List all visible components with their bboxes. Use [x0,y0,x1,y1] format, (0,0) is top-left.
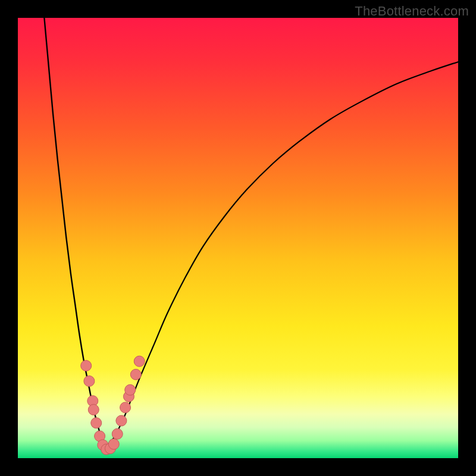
data-marker [112,428,123,439]
data-marker [108,439,119,449]
marker-cluster [81,356,145,455]
data-marker [120,402,131,413]
data-marker [81,361,92,371]
curve-layer [18,18,458,458]
watermark-text: TheBottleneck.com [355,4,469,19]
data-marker [134,356,145,367]
data-marker [125,384,136,395]
data-marker [91,418,102,428]
chart-frame: TheBottleneck.com [0,0,476,476]
left-branch-curve [44,18,106,449]
data-marker [130,369,141,380]
plot-area [18,18,458,458]
right-branch-curve [106,62,458,449]
data-marker [88,405,99,415]
data-marker [116,415,127,426]
data-marker [84,376,95,387]
